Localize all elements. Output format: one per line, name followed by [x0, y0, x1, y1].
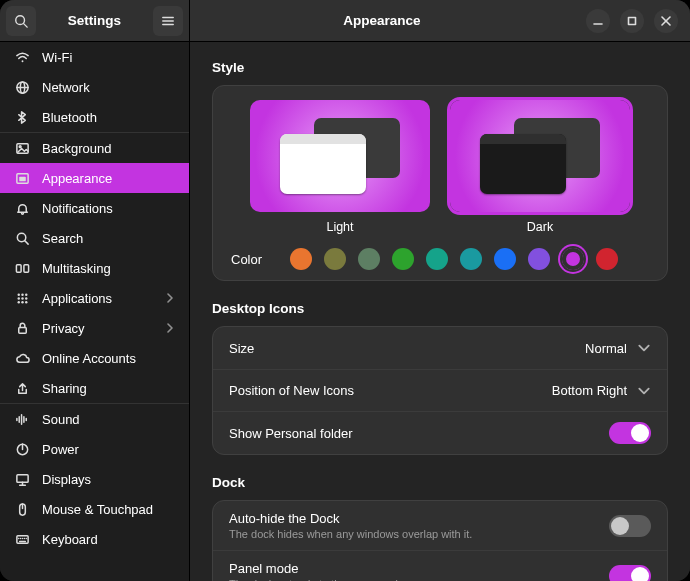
theme-light[interactable]: Light [250, 100, 430, 234]
theme-previews: Light Dark [227, 100, 653, 234]
chevron-right-icon [165, 293, 175, 303]
sidebar[interactable]: Wi-FiNetworkBluetoothBackgroundAppearanc… [0, 42, 190, 581]
sidebar-item-label: Privacy [42, 321, 85, 336]
sidebar-item-label: Background [42, 141, 111, 156]
maximize-button[interactable] [620, 9, 644, 33]
row-icon-size[interactable]: Size Normal [213, 327, 667, 369]
svg-point-23 [25, 293, 27, 295]
sidebar-item-label: Sound [42, 412, 80, 427]
chevron-down-icon [637, 384, 651, 398]
headerbar: Settings Appearance [0, 0, 690, 42]
globe-icon-wrap [14, 79, 30, 95]
content[interactable]: Style Light Dark [190, 42, 690, 581]
svg-rect-30 [18, 327, 26, 333]
color-swatch-purple[interactable] [528, 248, 550, 270]
sidebar-item-label: Search [42, 231, 83, 246]
settings-window: Settings Appearance Wi-FiNetworkBluetoot… [0, 0, 690, 581]
sidebar-item-label: Notifications [42, 201, 113, 216]
sidebar-item-keyboard[interactable]: Keyboard [0, 524, 189, 554]
desktop-icons-list: Size Normal Position of New Icons Bottom… [212, 326, 668, 455]
sidebar-item-network[interactable]: Network [0, 72, 189, 102]
bluetooth-icon-wrap [14, 109, 30, 125]
sidebar-item-sound[interactable]: Sound [0, 404, 189, 434]
sidebar-item-applications[interactable]: Applications [0, 283, 189, 313]
hamburger-button[interactable] [153, 6, 183, 36]
svg-rect-6 [629, 17, 636, 24]
color-swatch-red[interactable] [596, 248, 618, 270]
sidebar-item-label: Multitasking [42, 261, 111, 276]
search-button[interactable] [6, 6, 36, 36]
panel-mode-label: Panel mode [229, 561, 413, 576]
sidebar-item-bluetooth[interactable]: Bluetooth [0, 102, 189, 132]
icon-position-label: Position of New Icons [229, 383, 354, 398]
svg-point-24 [17, 297, 19, 299]
sidebar-item-online[interactable]: Online Accounts [0, 343, 189, 373]
section-title-dock: Dock [212, 475, 668, 490]
color-swatches [290, 248, 618, 270]
color-swatch-olive[interactable] [324, 248, 346, 270]
sidebar-item-background[interactable]: Background [0, 133, 189, 163]
sidebar-item-label: Appearance [42, 171, 112, 186]
svg-point-21 [17, 293, 19, 295]
sidebar-item-search[interactable]: Search [0, 223, 189, 253]
color-swatch-magenta[interactable] [562, 248, 584, 270]
sidebar-item-notifications[interactable]: Notifications [0, 193, 189, 223]
lock-icon [15, 321, 30, 336]
style-card: Light Dark Color [212, 85, 668, 281]
background-icon [15, 141, 30, 156]
icon-size-label: Size [229, 341, 254, 356]
autohide-sub: The dock hides when any windows overlap … [229, 528, 472, 540]
power-icon-wrap [14, 441, 30, 457]
sidebar-item-label: Displays [42, 472, 91, 487]
panel-mode-switch[interactable] [609, 565, 651, 582]
maximize-icon [627, 16, 637, 26]
sidebar-item-multitasking[interactable]: Multitasking [0, 253, 189, 283]
accent-color-row: Color [227, 248, 653, 270]
power-icon [15, 442, 30, 457]
theme-light-thumb [250, 100, 430, 212]
cloud-icon [15, 351, 30, 366]
sidebar-item-appearance[interactable]: Appearance [0, 163, 189, 193]
color-swatch-orange[interactable] [290, 248, 312, 270]
section-title-desktop-icons: Desktop Icons [212, 301, 668, 316]
theme-dark[interactable]: Dark [450, 100, 630, 234]
sidebar-item-privacy[interactable]: Privacy [0, 313, 189, 343]
row-panel-mode: Panel mode The dock extends to the scree… [213, 550, 667, 581]
sound-icon-wrap [14, 411, 30, 427]
color-swatch-teal[interactable] [426, 248, 448, 270]
svg-point-9 [21, 60, 23, 62]
window-controls [574, 9, 690, 33]
share-icon-wrap [14, 380, 30, 396]
sidebar-item-label: Network [42, 80, 90, 95]
sidebar-item-power[interactable]: Power [0, 434, 189, 464]
autohide-switch[interactable] [609, 515, 651, 537]
keyboard-icon [15, 532, 30, 547]
close-icon [661, 16, 671, 26]
section-title-style: Style [212, 60, 668, 75]
mouse-icon [15, 502, 30, 517]
headerbar-left: Settings [0, 0, 190, 41]
mouse-icon-wrap [14, 501, 30, 517]
personal-folder-switch[interactable] [609, 422, 651, 444]
sidebar-item-wifi[interactable]: Wi-Fi [0, 42, 189, 72]
row-icon-position[interactable]: Position of New Icons Bottom Right [213, 369, 667, 411]
close-button[interactable] [654, 9, 678, 33]
sidebar-item-sharing[interactable]: Sharing [0, 373, 189, 403]
color-swatch-sage[interactable] [358, 248, 380, 270]
chevron-down-icon [637, 341, 651, 355]
row-autohide: Auto-hide the Dock The dock hides when a… [213, 501, 667, 550]
multitask-icon [15, 261, 30, 276]
sound-icon [15, 412, 30, 427]
sidebar-item-label: Bluetooth [42, 110, 97, 125]
apps-icon-wrap [14, 290, 30, 306]
color-swatch-green[interactable] [392, 248, 414, 270]
color-swatch-cyan[interactable] [460, 248, 482, 270]
dock-list: Auto-hide the Dock The dock hides when a… [212, 500, 668, 581]
lock-icon-wrap [14, 320, 30, 336]
sidebar-item-displays[interactable]: Displays [0, 464, 189, 494]
sidebar-item-mouse[interactable]: Mouse & Touchpad [0, 494, 189, 524]
search-icon [15, 231, 30, 246]
svg-point-14 [19, 145, 21, 147]
minimize-button[interactable] [586, 9, 610, 33]
color-swatch-blue[interactable] [494, 248, 516, 270]
